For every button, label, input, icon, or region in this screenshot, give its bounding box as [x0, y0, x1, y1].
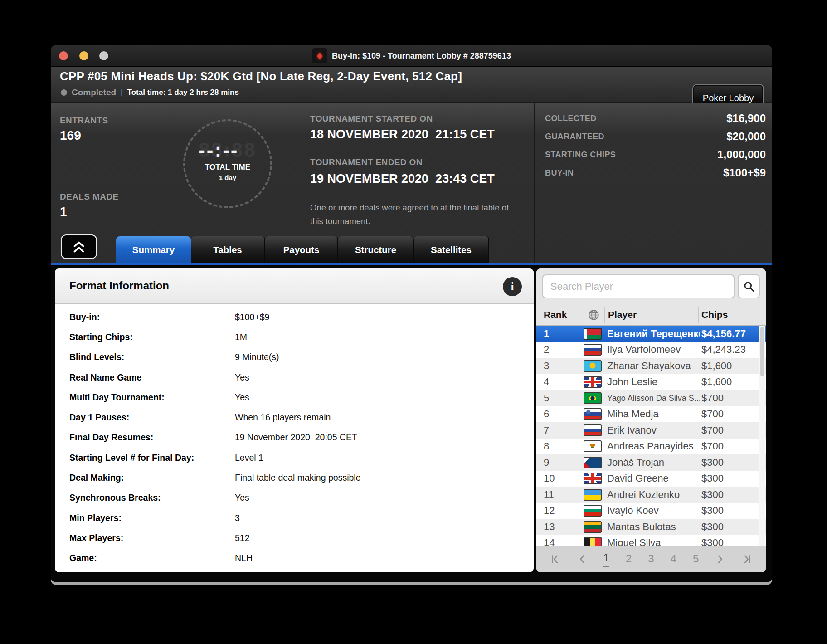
player-rank: 3 — [544, 360, 549, 372]
format-row: Game:NLH — [55, 548, 534, 568]
player-name: Miguel Silva — [607, 537, 661, 546]
player-column-header[interactable]: Player — [608, 309, 637, 320]
financial-label: GUARANTEED — [545, 132, 604, 141]
previous-page-button[interactable] — [577, 554, 587, 564]
player-row[interactable]: 13Mantas Bulotas$300 — [536, 519, 766, 535]
page-number-5[interactable]: 5 — [693, 552, 699, 566]
scrollbar-track[interactable] — [759, 326, 765, 546]
search-icon — [743, 281, 755, 293]
format-row-label: Game: — [69, 553, 235, 563]
format-row-value: $100+$9 — [235, 312, 269, 322]
player-chips: $700 — [701, 408, 724, 420]
page-number-2[interactable]: 2 — [626, 552, 632, 566]
player-rank: 6 — [544, 408, 549, 420]
player-chips: $700 — [701, 424, 724, 436]
player-chips: $700 — [701, 392, 724, 404]
chips-column-header[interactable]: Chips — [701, 309, 728, 320]
player-rank: 1 — [544, 328, 549, 340]
player-chips: $300 — [701, 489, 724, 501]
next-page-button[interactable] — [715, 554, 725, 564]
financial-value: 1,000,000 — [717, 148, 766, 161]
flag-russia-icon — [584, 344, 602, 356]
tab-payouts[interactable]: Payouts — [265, 236, 338, 263]
player-row[interactable]: 4John Leslie$1,600 — [536, 374, 766, 390]
flag-brazil-icon — [584, 392, 602, 404]
player-row[interactable]: 6Miha Medja$700 — [536, 406, 766, 423]
format-row-label: Multi Day Tournament: — [69, 392, 235, 403]
flag-uk-icon — [584, 473, 602, 484]
format-row-value: 512 — [235, 533, 250, 543]
player-row[interactable]: 10David Greene$300 — [536, 471, 766, 487]
player-row[interactable]: 8Andreas Panayides$700 — [536, 439, 766, 455]
player-name: Miha Medja — [607, 408, 659, 420]
format-information-rows: Buy-in:$100+$9Starting Chips:1MBlind Lev… — [55, 304, 534, 572]
format-row: Real Name GameYes — [55, 367, 534, 387]
player-chips: $4,156.77 — [701, 328, 746, 340]
player-row[interactable]: 5Yago Alisson Da Silva S...$700 — [536, 390, 766, 406]
format-information-header: Format Information i — [55, 268, 534, 304]
format-row-label: Max Players: — [69, 533, 235, 543]
country-globe-icon[interactable] — [588, 309, 599, 322]
player-row[interactable]: 7Erik Ivanov$700 — [536, 422, 766, 439]
player-row[interactable]: 1Евгений Терещенко$4,156.77 — [536, 326, 766, 342]
search-player-input[interactable] — [542, 274, 735, 298]
collapse-panel-button[interactable] — [61, 234, 97, 259]
scrollbar-thumb[interactable] — [760, 327, 764, 376]
format-row: Starting Chips:1M — [55, 327, 534, 347]
format-row-label: Starting Chips: — [69, 332, 235, 342]
format-row-value: Level 1 — [235, 453, 263, 463]
flag-slovenia-icon — [584, 408, 602, 420]
player-name: Zhanar Shayakova — [607, 360, 691, 372]
last-page-button[interactable] — [741, 554, 751, 564]
entrants-value: 169 — [60, 128, 81, 143]
format-row: Starting Level # for Final Day:Level 1 — [55, 448, 534, 468]
player-name: Ilya Varfolomeev — [607, 344, 681, 356]
rank-column-header[interactable]: Rank — [544, 309, 567, 320]
financial-row: GUARANTEED$20,000 — [545, 127, 766, 146]
player-row[interactable]: 12Ivaylo Koev$300 — [536, 503, 766, 519]
format-row-label: Min Players: — [69, 513, 235, 523]
info-icon[interactable]: i — [503, 277, 522, 296]
page-number-3[interactable]: 3 — [648, 552, 654, 566]
tab-satellites[interactable]: Satellites — [414, 236, 489, 263]
format-row-label: Final Day Resumes: — [69, 432, 235, 443]
players-panel: Rank Player Chips — [536, 268, 766, 572]
financial-row: COLLECTED$16,900 — [545, 109, 766, 127]
player-rank: 10 — [544, 473, 555, 484]
tab-summary[interactable]: Summary — [116, 236, 191, 263]
started-on-value: 18 NOVEMBER 2020 21:15 CET — [310, 127, 495, 141]
tab-tables[interactable]: Tables — [191, 236, 265, 263]
format-information-panel: Format Information i Buy-in:$100+$9Start… — [55, 268, 534, 572]
player-row[interactable]: 11Andrei Kozlenko$300 — [536, 487, 766, 503]
format-row-label: Buy-in: — [69, 312, 235, 322]
player-name: Jonáš Trojan — [607, 457, 664, 468]
total-time-text: Total time: 1 day 2 hrs 28 mins — [127, 88, 239, 97]
flag-belarus-icon — [584, 328, 602, 340]
format-row-label: Deal Making: — [69, 473, 235, 483]
flag-uk-icon — [584, 376, 602, 388]
stats-section: ENTRANTS 169 DEALS MADE 1 88:88 --:-- TO… — [51, 103, 772, 265]
player-chips: $1,600 — [701, 360, 732, 372]
tab-structure[interactable]: Structure — [338, 236, 414, 263]
financial-row: STARTING CHIPS1,000,000 — [545, 146, 766, 164]
player-rank: 2 — [544, 344, 549, 356]
format-row-value: Yes — [235, 493, 249, 503]
format-row: Players per Table:Heads up of 2 Seats — [55, 568, 534, 572]
format-row-label: Synchronous Breaks: — [69, 493, 235, 503]
player-row[interactable]: 3Zhanar Shayakova$1,600 — [536, 358, 766, 374]
player-row[interactable]: 2Ilya Varfolomeev$4,243.23 — [536, 342, 766, 358]
first-page-button[interactable] — [551, 554, 561, 564]
titlebar[interactable]: ♦ Buy-in: $109 - Tournament Lobby # 2887… — [51, 45, 772, 67]
player-row[interactable]: 9Jonáš Trojan$300 — [536, 454, 766, 471]
format-row-value: 1M — [235, 332, 247, 342]
page-number-4[interactable]: 4 — [671, 552, 676, 566]
page-number-1[interactable]: 1 — [603, 551, 609, 567]
tournament-lobby-window: ♦ Buy-in: $109 - Tournament Lobby # 2887… — [51, 45, 772, 582]
player-row[interactable]: 14Miguel Silva$300 — [536, 535, 766, 546]
lobby-tabs: SummaryTablesPayoutsStructureSatellites — [116, 236, 489, 263]
format-row: Day 1 Pauses:When 16 players remain — [55, 407, 534, 427]
search-button[interactable] — [738, 274, 760, 298]
financial-label: STARTING CHIPS — [545, 150, 616, 160]
player-rank: 9 — [544, 457, 549, 468]
timer-display: 88:88 --:-- — [199, 139, 257, 161]
